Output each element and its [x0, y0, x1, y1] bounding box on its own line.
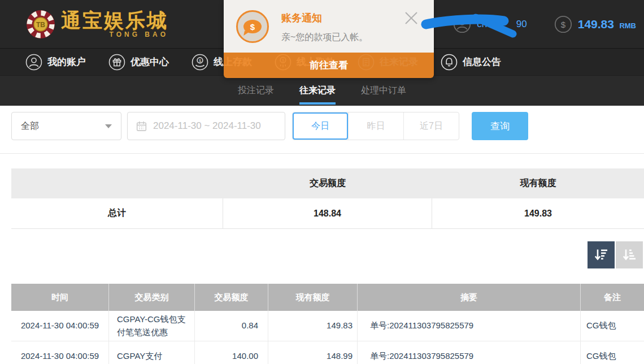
- sort-ascending-icon: [621, 247, 637, 263]
- date-range-input[interactable]: 2024-11-30 ~ 2024-11-30: [127, 112, 285, 140]
- balance-amount: 149.83: [578, 18, 614, 31]
- table-row: 2024-11-30 04:00:59 CGPAY支付 140.00 148.9…: [11, 341, 644, 364]
- query-button[interactable]: 查询: [472, 112, 528, 140]
- balance[interactable]: $ 149.83 RMB: [554, 15, 636, 33]
- user-icon: [25, 54, 42, 71]
- active-tab-underline: [299, 102, 336, 105]
- col-type: 交易类别: [109, 284, 195, 311]
- dollar-icon: $: [554, 15, 572, 33]
- sort-ascending-button[interactable]: [616, 241, 643, 268]
- summary-total-row: 总计 148.84 149.83: [11, 198, 644, 229]
- section-divider: [0, 153, 644, 154]
- summary-total-label: 总计: [11, 198, 223, 228]
- col-balance: 现有额度: [268, 284, 358, 311]
- summary-total-balance: 149.83: [432, 198, 644, 228]
- toast-message: 亲~您的款项已入帐。: [281, 32, 368, 44]
- calendar-icon: [136, 121, 147, 132]
- tab-betting-records[interactable]: 投注记录: [238, 76, 274, 106]
- svg-text:$: $: [561, 19, 566, 29]
- header-right: che90 $ 149.83 RMB: [453, 15, 636, 33]
- col-remark: 备注: [581, 284, 644, 311]
- username: che90: [477, 19, 526, 30]
- poker-chip-icon: TB: [26, 10, 55, 39]
- toast-text: 账务通知 亲~您的款项已入帐。: [281, 10, 368, 44]
- user-menu[interactable]: che90: [453, 15, 526, 33]
- quick-today-button[interactable]: 今日: [293, 112, 348, 140]
- gift-icon: [108, 54, 125, 71]
- sort-controls: [0, 241, 643, 268]
- transaction-records-page: TB 通宝娱乐城 TONG BAO che90: [0, 0, 644, 364]
- nav-item-announcements[interactable]: 信息公告: [441, 54, 501, 71]
- summary-table: 交易额度 现有额度 总计 148.84 149.83: [11, 168, 644, 229]
- balance-currency: RMB: [619, 21, 636, 30]
- filter-bar: 全部 2024-11-30 ~ 2024-11-30 今日 昨日: [11, 112, 644, 140]
- quick-date-group: 今日 昨日 近7日: [292, 112, 459, 140]
- summary-total-transaction: 148.84: [223, 198, 432, 228]
- account-notification-toast: $ 账务通知 亲~您的款项已入帐。 前往查看: [224, 0, 434, 78]
- record-tabs: 投注记录 往来记录 处理中订单: [0, 75, 644, 106]
- quick-last7days-button[interactable]: 近7日: [403, 112, 459, 140]
- category-select[interactable]: 全部: [11, 112, 121, 140]
- brand-name: 通宝娱乐城 TONG BAO: [61, 10, 168, 38]
- money-message-icon: $: [236, 10, 269, 43]
- go-to-view-button[interactable]: 前往查看: [224, 53, 434, 78]
- nav-item-promotions[interactable]: 优惠中心: [108, 54, 169, 71]
- records-table: 时间 交易类别 交易额度 现有额度 摘要 备注 2024-11-30 04:00…: [11, 284, 644, 364]
- tab-processing-orders[interactable]: 处理中订单: [361, 76, 406, 106]
- chevron-down-icon: [105, 124, 112, 128]
- toast-body: $ 账务通知 亲~您的款项已入帐。: [224, 0, 434, 53]
- quick-yesterday-button[interactable]: 昨日: [348, 112, 403, 140]
- sort-descending-button[interactable]: [588, 241, 615, 268]
- toast-title: 账务通知: [281, 11, 368, 25]
- summary-header-balance: 现有额度: [432, 168, 644, 198]
- svg-text:TB: TB: [36, 20, 45, 28]
- table-header-row: 时间 交易类别 交易额度 现有额度 摘要 备注: [11, 284, 644, 311]
- user-avatar-icon: [453, 15, 471, 33]
- brand-name-cn: 通宝娱乐城: [61, 10, 168, 30]
- table-row: 2024-11-30 04:00:59 CGPAY-CG钱包支付笔笔送优惠 0.…: [11, 311, 644, 341]
- close-icon[interactable]: [403, 10, 419, 26]
- bell-icon: [441, 54, 458, 71]
- brand-logo[interactable]: TB 通宝娱乐城 TONG BAO: [26, 10, 168, 39]
- tab-transaction-records[interactable]: 往来记录: [299, 76, 336, 106]
- summary-header-row: 交易额度 现有额度: [11, 168, 644, 198]
- nav-item-my-account[interactable]: 我的账户: [25, 54, 86, 71]
- summary-header-transaction: 交易额度: [223, 168, 432, 198]
- brand-name-en: TONG BAO: [110, 31, 168, 38]
- summary-header-empty: [11, 168, 223, 198]
- col-summary: 摘要: [358, 284, 581, 311]
- col-time: 时间: [11, 284, 109, 311]
- col-amount: 交易额度: [195, 284, 268, 311]
- deposit-coin-icon: $: [192, 54, 208, 71]
- sort-descending-icon: [593, 247, 609, 263]
